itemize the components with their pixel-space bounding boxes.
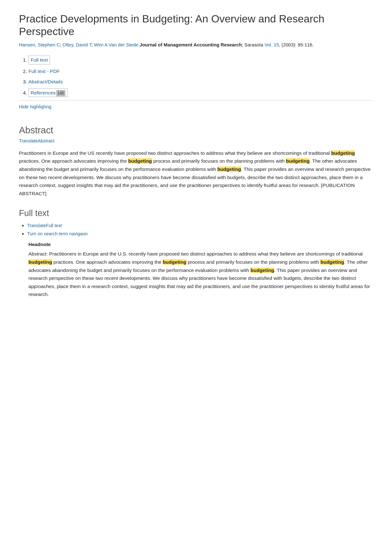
divider: [19, 100, 373, 100]
headnote-label: Headnote: [19, 241, 373, 248]
page-title: Practice Developments in Budgeting: An O…: [19, 13, 373, 38]
fulltext-section: Full text TranslateFull text Turn on sea…: [19, 207, 373, 298]
nav-item-4-border: References140: [28, 88, 68, 97]
author-hansen[interactable]: Hansen, Stephen C: [19, 42, 60, 47]
highlight-budgeting-2: budgeting: [128, 158, 152, 164]
authors-metadata: Hansen, Stephen C; Otley, David T; Wim A…: [19, 41, 373, 49]
highlight-budgeting-3: budgeting: [286, 158, 310, 164]
highlight-hn-budgeting-1: budgeting: [28, 259, 52, 265]
author-otley[interactable]: Otley, David T: [63, 42, 91, 47]
nav-link-fulltext[interactable]: Full text: [31, 57, 48, 63]
journal-name: Journal of Management Accounting Researc…: [140, 42, 242, 47]
nav-link-references[interactable]: References: [31, 90, 56, 95]
headnote-text: Abstract: Practitioners in Europe and th…: [19, 250, 373, 298]
bullet-translate-fulltext: TranslateFull text: [27, 222, 373, 229]
nav-item-1: Full text: [28, 56, 373, 64]
nav-item-4: References140: [28, 88, 373, 97]
year: (2003): 95-116.: [281, 42, 314, 47]
location: Sarasota: [244, 42, 263, 47]
search-nav-link[interactable]: Turn on search term navigaon: [27, 231, 87, 236]
volume-link[interactable]: Vol. 15,: [264, 42, 280, 47]
translate-abstract-link[interactable]: TranslateAbstract: [19, 138, 373, 145]
highlight-hn-budgeting-2: budgeting: [163, 259, 186, 265]
author-van-der-stede[interactable]: Wim A Van der Stede: [94, 42, 138, 47]
translate-fulltext-link[interactable]: TranslateFull text: [27, 223, 62, 228]
fulltext-links: TranslateFull text Turn on search term n…: [19, 222, 373, 238]
hide-highlighting-link[interactable]: Hide highlighng: [19, 103, 51, 110]
highlight-budgeting-1: budgeting: [331, 150, 355, 156]
highlight-hn-budgeting-3: budgeting: [320, 259, 344, 265]
references-badge: 140: [56, 90, 65, 96]
nav-item-1-border: Full text: [28, 56, 50, 64]
bullet-search-nav: Turn on search term navigaon: [27, 230, 373, 238]
highlight-budgeting-4: budgeting: [217, 166, 241, 172]
nav-list: Full text Full text - PDF Abstract/Detai…: [19, 56, 373, 97]
nav-link-abstract[interactable]: Abstract/Details: [28, 79, 63, 84]
fulltext-heading: Full text: [19, 207, 373, 220]
abstract-heading: Abstract: [19, 123, 373, 137]
nav-item-2: Full text - PDF: [28, 68, 373, 75]
nav-link-pdf[interactable]: Full text - PDF: [28, 69, 60, 74]
nav-item-3: Abstract/Details: [28, 78, 373, 85]
highlight-hn-budgeting-4: budgeting: [250, 268, 274, 273]
abstract-text: Practitioners in Europe and the US recen…: [19, 149, 373, 198]
